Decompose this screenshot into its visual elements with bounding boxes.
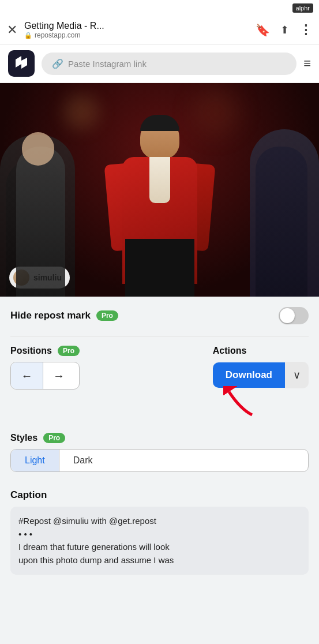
- link-icon: 🔗: [52, 58, 63, 69]
- red-arrow-indicator: [223, 386, 258, 418]
- dark-style-button[interactable]: Dark: [59, 450, 107, 471]
- positions-label-row: Positions Pro: [10, 346, 80, 356]
- close-button[interactable]: ✕: [7, 24, 17, 36]
- actions-title: Actions: [213, 346, 247, 356]
- svg-marker-0: [16, 56, 27, 69]
- controls-panel: Hide repost mark Pro Positions Pro ← → A…: [0, 297, 319, 489]
- browser-actions: 🔖 ⬆ ⋮: [256, 23, 312, 38]
- browser-url: 🔒 repostapp.com: [24, 31, 249, 39]
- download-row: Download ∨: [213, 362, 309, 388]
- positions-actions-row: Positions Pro ← → Actions Download ∨: [10, 346, 309, 418]
- style-buttons-group: Light Dark: [10, 449, 309, 472]
- hide-repost-pro-badge: Pro: [96, 310, 118, 321]
- positions-pro-badge: Pro: [58, 346, 80, 356]
- lock-icon: 🔒: [24, 32, 32, 39]
- browser-title-area: Getting Media - R... 🔒 repostapp.com: [24, 21, 249, 39]
- paste-input-area[interactable]: 🔗 Paste Instagram link: [42, 53, 297, 75]
- red-arrow-icon: [223, 386, 258, 418]
- repost-logo-icon: [13, 55, 30, 72]
- repost-logo: [8, 50, 35, 77]
- caption-text: #Repost @simuliu with @get.repost • • • …: [18, 515, 301, 567]
- positions-section: Positions Pro ← →: [10, 346, 80, 390]
- alphr-badge: alphr: [292, 3, 313, 13]
- hamburger-menu-icon[interactable]: ≡: [303, 56, 311, 71]
- caption-title: Caption: [10, 489, 309, 501]
- divider-1: [10, 336, 309, 336]
- left-arrow-button[interactable]: ←: [11, 362, 43, 389]
- browser-title: Getting Media - R...: [24, 21, 249, 31]
- status-bar: alphr: [0, 0, 319, 16]
- more-icon[interactable]: ⋮: [299, 23, 312, 38]
- hide-repost-label: Hide repost mark: [10, 310, 91, 321]
- styles-section: Styles Pro Light Dark: [10, 433, 309, 472]
- paste-placeholder: Paste Instagram link: [68, 59, 147, 69]
- image-area: simuliu: [0, 83, 319, 297]
- arrow-buttons-group: ← →: [10, 362, 80, 390]
- download-button[interactable]: Download: [213, 362, 285, 388]
- light-style-button[interactable]: Light: [11, 450, 59, 471]
- actions-section: Actions Download ∨: [213, 346, 309, 418]
- styles-pro-badge: Pro: [43, 433, 65, 443]
- photo-scene: [0, 83, 319, 297]
- browser-chrome: ✕ Getting Media - R... 🔒 repostapp.com 🔖…: [0, 16, 319, 44]
- caption-box[interactable]: #Repost @simuliu with @get.repost • • • …: [10, 507, 309, 575]
- share-icon[interactable]: ⬆: [280, 24, 289, 36]
- app-toolbar: 🔗 Paste Instagram link ≡: [0, 44, 319, 83]
- styles-label-row: Styles Pro: [10, 433, 309, 443]
- right-arrow-button[interactable]: →: [43, 362, 74, 389]
- positions-title: Positions: [10, 346, 52, 356]
- hide-repost-row: Hide repost mark Pro: [10, 307, 309, 324]
- bookmark-icon[interactable]: 🔖: [256, 23, 270, 37]
- caption-section: Caption #Repost @simuliu with @get.repos…: [0, 489, 319, 585]
- styles-title: Styles: [10, 433, 37, 443]
- download-chevron-button[interactable]: ∨: [285, 362, 309, 388]
- hide-repost-toggle[interactable]: [279, 307, 309, 324]
